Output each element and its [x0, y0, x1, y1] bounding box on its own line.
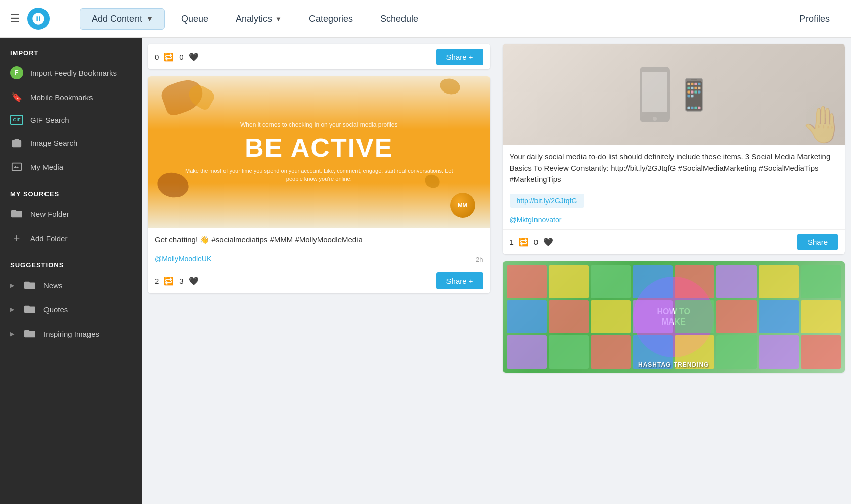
schedule-link[interactable]: Schedule — [369, 9, 429, 29]
heart-icon: 🖤 — [189, 52, 199, 62]
sidebar-item-quotes[interactable]: ▶ Quotes — [0, 297, 142, 322]
camera-icon — [10, 136, 23, 149]
card-beactive-stats: 2 🔁 3 🖤 Share + — [148, 268, 490, 293]
card-phone-author-row: @MktgInnovator — [503, 213, 845, 229]
feed-column-2: 🤚 Your daily social media to-do list sho… — [497, 38, 852, 504]
card-1-share-button[interactable]: Share + — [436, 49, 483, 65]
inspiring-folder-icon — [23, 327, 36, 340]
media-icon — [10, 160, 23, 173]
card-phone-link[interactable]: http://bit.ly/2GJtqfG — [510, 194, 585, 208]
card-howto: HOW TOMAKE HASHTAG TRENDING — [503, 261, 845, 373]
beactive-title: BE ACTIVE — [163, 132, 475, 163]
quotes-folder-icon — [23, 303, 36, 316]
retweet-icon-2: 🔁 — [164, 276, 174, 286]
sidebar-item-news[interactable]: ▶ News — [0, 273, 142, 297]
image-label: Image Search — [30, 139, 77, 147]
card-phone-stats: 1 🔁 0 🖤 Share — [503, 229, 845, 254]
howto-image: HOW TOMAKE HASHTAG TRENDING — [503, 261, 845, 373]
mysources-section-title: MY SOURCES — [0, 179, 142, 202]
beactive-retweets: 2 — [155, 277, 159, 285]
sidebar-item-image[interactable]: Image Search — [0, 130, 142, 155]
news-arrow-icon: ▶ — [10, 282, 14, 289]
inspiring-arrow-icon: ▶ — [10, 331, 14, 337]
phone-retweets: 1 — [510, 238, 514, 246]
add-content-button[interactable]: Add Content ▼ — [80, 8, 165, 30]
sidebar-item-gif[interactable]: GIF GIF Search — [0, 109, 142, 130]
phone-image: 🤚 — [503, 44, 845, 145]
main-content: 0 🔁 0 🖤 Share + When — [142, 38, 851, 504]
app-logo[interactable] — [27, 8, 50, 30]
mobile-label: Mobile Bookmarks — [30, 93, 93, 102]
card-1-stats: 0 🔁 0 🖤 Share + — [148, 44, 490, 69]
sidebar: IMPORT F Import Feedly Bookmarks 🔖 Mobil… — [0, 38, 142, 504]
analytics-chevron-icon: ▼ — [275, 15, 282, 23]
card-beactive-caption: Get chatting! 👋 #socialmediatips #MMM #M… — [148, 228, 490, 252]
mobile-icon: 🔖 — [10, 90, 23, 104]
gif-label: GIF Search — [30, 116, 69, 124]
card-beactive-share-button[interactable]: Share + — [436, 272, 483, 289]
phone-hearts: 0 — [534, 238, 538, 246]
card-1-retweets: 0 — [155, 53, 159, 61]
sidebar-item-mobile[interactable]: 🔖 Mobile Bookmarks — [0, 85, 142, 109]
news-folder-icon — [23, 279, 36, 292]
sidebar-item-mymedia[interactable]: My Media — [0, 155, 142, 179]
sidebar-item-newfolder[interactable]: New Folder — [0, 202, 142, 226]
categories-link[interactable]: Categories — [298, 9, 364, 29]
sidebar-item-inspiring[interactable]: ▶ Inspiring Images — [0, 322, 142, 346]
queue-link[interactable]: Queue — [170, 9, 219, 29]
beactive-coin: MM — [450, 193, 475, 218]
main-nav: Add Content ▼ Queue Analytics ▼ Categori… — [80, 8, 841, 30]
card-phone-text: Your daily social media to-do list shoul… — [503, 145, 845, 192]
card-beactive-time: 2h — [476, 256, 490, 263]
plus-icon: + — [10, 232, 23, 245]
addfolder-label: Add Folder — [30, 234, 67, 243]
card-1: 0 🔁 0 🖤 Share + — [148, 44, 490, 69]
feedly-label: Import Feedly Bookmarks — [30, 69, 117, 77]
sidebar-item-feedly[interactable]: F Import Feedly Bookmarks — [0, 61, 142, 85]
feed-column-1: 0 🔁 0 🖤 Share + When — [142, 38, 497, 504]
profiles-link[interactable]: Profiles — [788, 9, 841, 29]
beactive-hearts: 3 — [179, 277, 183, 285]
beactive-image: When it comes to checking in on your soc… — [148, 76, 490, 228]
suggestions-section-title: SUGGESTIONS — [0, 250, 142, 273]
svg-rect-1 — [642, 72, 667, 112]
hamburger-icon[interactable]: ☰ — [10, 12, 20, 25]
sidebar-item-addfolder[interactable]: + Add Folder — [0, 226, 142, 250]
import-section-title: IMPORT — [0, 38, 142, 61]
card-beactive: When it comes to checking in on your soc… — [148, 76, 490, 293]
quotes-label: Quotes — [43, 305, 68, 314]
add-content-chevron-icon: ▼ — [146, 15, 153, 23]
beactive-sub-text: Make the most of your time you spend on … — [163, 167, 475, 184]
inspiring-label: Inspiring Images — [43, 330, 99, 338]
card-phone-author[interactable]: @MktgInnovator — [503, 216, 569, 226]
main-header: ☰ Add Content ▼ Queue Analytics ▼ Catego… — [0, 0, 851, 38]
newfolder-label: New Folder — [30, 210, 69, 218]
news-label: News — [43, 281, 63, 290]
svg-point-2 — [653, 117, 657, 121]
logo-icon — [31, 12, 46, 26]
retweet-icon: 🔁 — [164, 52, 174, 62]
analytics-link[interactable]: Analytics ▼ — [225, 9, 293, 29]
add-content-label: Add Content — [92, 14, 142, 24]
beactive-top-text: When it comes to checking in on your soc… — [163, 121, 475, 128]
heart-icon-3: 🖤 — [543, 237, 553, 247]
mymedia-label: My Media — [30, 163, 63, 171]
card-1-hearts: 0 — [179, 53, 183, 61]
folder-icon — [10, 207, 23, 220]
card-phone: 🤚 Your daily social media to-do list sho… — [503, 44, 845, 254]
quotes-arrow-icon: ▶ — [10, 306, 14, 313]
card-beactive-author-row: @MollyMoodleUK 2h — [148, 252, 490, 268]
card-phone-share-button[interactable]: Share — [797, 234, 838, 250]
card-beactive-author[interactable]: @MollyMoodleUK — [148, 255, 218, 265]
heart-icon-2: 🖤 — [189, 276, 199, 286]
hashtag-trending-label: HASHTAG TRENDING — [638, 361, 709, 369]
main-layout: IMPORT F Import Feedly Bookmarks 🔖 Mobil… — [0, 38, 851, 504]
retweet-icon-3: 🔁 — [519, 237, 529, 247]
gif-icon: GIF — [10, 115, 23, 125]
feedly-icon: F — [10, 66, 23, 79]
